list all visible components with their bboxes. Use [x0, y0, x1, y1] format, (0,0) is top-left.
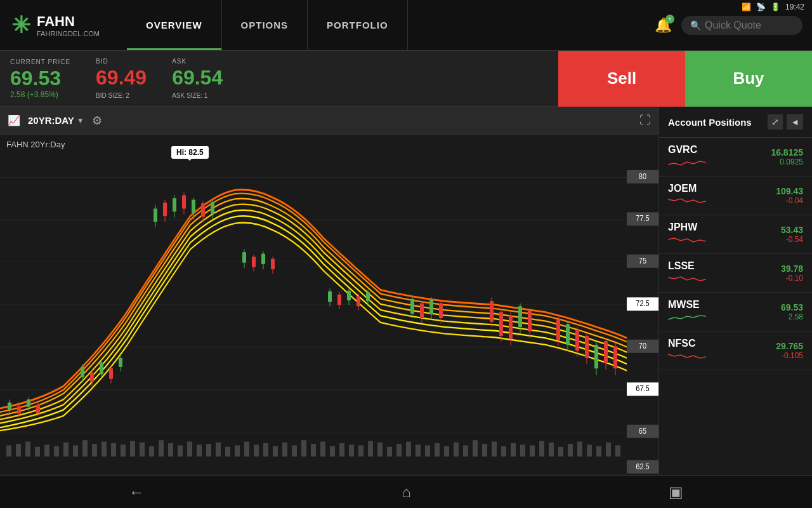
- svg-rect-17: [82, 440, 88, 457]
- svg-rect-27: [178, 445, 183, 456]
- svg-rect-60: [492, 442, 497, 457]
- sidebar-item-joem[interactable]: JOEM 109.43 -0.04: [659, 177, 812, 215]
- svg-rect-42: [320, 442, 325, 457]
- svg-rect-153: [604, 341, 608, 363]
- tab-options[interactable]: OPTIONS: [222, 0, 308, 50]
- svg-rect-111: [261, 254, 265, 264]
- chart-area: 📈 20YR:DAY ▼ ⚙ ⛶ FAHN 20Yr:Day Hi: 82.5: [0, 107, 658, 475]
- mini-chart-joem: [668, 194, 706, 208]
- svg-rect-29: [197, 444, 202, 457]
- svg-rect-57: [463, 445, 468, 456]
- change-joem: -0.04: [786, 196, 803, 205]
- svg-rect-99: [182, 196, 186, 209]
- svg-rect-44: [339, 443, 344, 457]
- svg-rect-39: [292, 445, 297, 456]
- logo-icon: ✳: [11, 12, 30, 39]
- sidebar-item-gvrc[interactable]: GVRC 16.8125 0.0925: [659, 138, 812, 177]
- sidebar-collapse-button[interactable]: ◄: [787, 114, 803, 130]
- svg-rect-79: [27, 399, 30, 407]
- svg-rect-26: [168, 443, 173, 457]
- svg-rect-41: [311, 444, 316, 457]
- sidebar-item-nfsc[interactable]: NFSC 29.765 -0.105: [659, 331, 812, 370]
- main-content: 📈 20YR:DAY ▼ ⚙ ⛶ FAHN 20Yr:Day Hi: 82.5: [0, 107, 812, 475]
- chart-title: FAHN 20Yr:Day: [6, 140, 65, 149]
- svg-rect-89: [109, 368, 113, 378]
- current-price-section: CURRENT PRICE 69.53 2.58 (+3.85%): [10, 58, 70, 99]
- trade-buttons: Sell Buy: [558, 51, 812, 107]
- svg-rect-127: [420, 304, 424, 318]
- search-input[interactable]: [705, 20, 794, 31]
- current-price-label: CURRENT PRICE: [10, 58, 70, 65]
- svg-rect-151: [594, 345, 598, 368]
- recents-button[interactable]: ▣: [669, 483, 683, 501]
- svg-rect-131: [439, 304, 443, 318]
- svg-rect-117: [337, 295, 341, 305]
- ticker-nfsc: NFSC: [668, 338, 706, 349]
- svg-rect-30: [206, 444, 211, 457]
- wifi-icon: 📶: [742, 3, 751, 11]
- mini-chart-mwse: [668, 311, 706, 324]
- svg-rect-14: [54, 446, 59, 457]
- svg-rect-37: [273, 446, 278, 457]
- svg-rect-155: [613, 346, 617, 368]
- bottom-nav: ← ⌂ ▣: [0, 475, 812, 508]
- current-price-change: 2.58 (+3.85%): [10, 90, 70, 99]
- svg-rect-72: [606, 443, 611, 457]
- home-button[interactable]: ⌂: [402, 483, 411, 501]
- svg-text:75: 75: [639, 256, 647, 265]
- svg-rect-105: [211, 202, 214, 214]
- svg-rect-32: [225, 447, 230, 457]
- bid-price: 69.49: [96, 66, 147, 90]
- svg-rect-63: [520, 444, 525, 457]
- search-bar[interactable]: 🔍: [681, 16, 802, 35]
- sidebar-item-jphw[interactable]: JPHW 53.43 -0.54: [659, 215, 812, 254]
- svg-rect-40: [301, 440, 306, 457]
- svg-rect-34: [244, 442, 249, 457]
- svg-rect-68: [568, 444, 573, 457]
- svg-rect-123: [366, 292, 370, 301]
- expand-chart-icon[interactable]: ⛶: [639, 114, 651, 127]
- bid-size: BID SIZE: 2: [96, 92, 147, 99]
- mini-chart-jphw: [668, 233, 706, 247]
- back-button[interactable]: ←: [129, 483, 144, 501]
- price-bar: CURRENT PRICE 69.53 2.58 (+3.85%) BID 69…: [0, 51, 812, 107]
- svg-text:67.5: 67.5: [636, 384, 650, 394]
- svg-rect-48: [377, 443, 383, 457]
- svg-rect-70: [587, 444, 592, 457]
- change-gvrc: 0.0925: [780, 157, 803, 166]
- sell-button[interactable]: Sell: [558, 51, 685, 107]
- svg-rect-133: [490, 301, 494, 322]
- tab-overview[interactable]: OVERVIEW: [127, 0, 222, 50]
- chart-canvas: FAHN 20Yr:Day Hi: 82.5: [0, 135, 658, 475]
- notification-bell[interactable]: 🔔 +: [655, 17, 672, 34]
- chart-type-icon: 📈: [8, 114, 20, 126]
- change-mwse: 2.58: [789, 312, 803, 321]
- svg-rect-9: [6, 445, 11, 456]
- svg-rect-67: [558, 447, 563, 457]
- chart-svg: 80 77.5 75 72.5 70 67.5 65 62.5: [0, 135, 658, 475]
- svg-rect-55: [444, 446, 449, 457]
- svg-rect-11: [25, 442, 30, 457]
- sidebar-item-mwse[interactable]: MWSE 69.53 2.58: [659, 293, 812, 331]
- gear-icon[interactable]: ⚙: [92, 114, 102, 128]
- ticker-joem: JOEM: [668, 183, 706, 194]
- current-price-value: 69.53: [10, 67, 70, 90]
- tab-portfolio[interactable]: PORTFOLIO: [308, 0, 408, 50]
- svg-rect-77: [17, 406, 21, 414]
- sidebar-expand-button[interactable]: ⤢: [768, 114, 783, 130]
- svg-rect-19: [102, 442, 107, 457]
- svg-rect-20: [111, 443, 116, 457]
- svg-rect-43: [330, 446, 335, 457]
- time-display: 19:42: [785, 3, 804, 11]
- buy-button[interactable]: Buy: [685, 51, 812, 107]
- svg-rect-113: [271, 259, 275, 269]
- ask-size: ASK SIZE: 1: [172, 92, 223, 99]
- svg-rect-62: [511, 443, 516, 457]
- chart-toolbar: 📈 20YR:DAY ▼ ⚙ ⛶: [0, 107, 658, 135]
- svg-rect-24: [149, 446, 154, 457]
- svg-rect-141: [528, 311, 532, 331]
- svg-rect-73: [615, 445, 620, 456]
- logo-section: ✳ FAHN FAHRINGDEL.COM: [0, 12, 127, 39]
- sidebar-item-lsse[interactable]: LSSE 39.78 -0.10: [659, 254, 812, 293]
- change-lsse: -0.10: [786, 274, 803, 283]
